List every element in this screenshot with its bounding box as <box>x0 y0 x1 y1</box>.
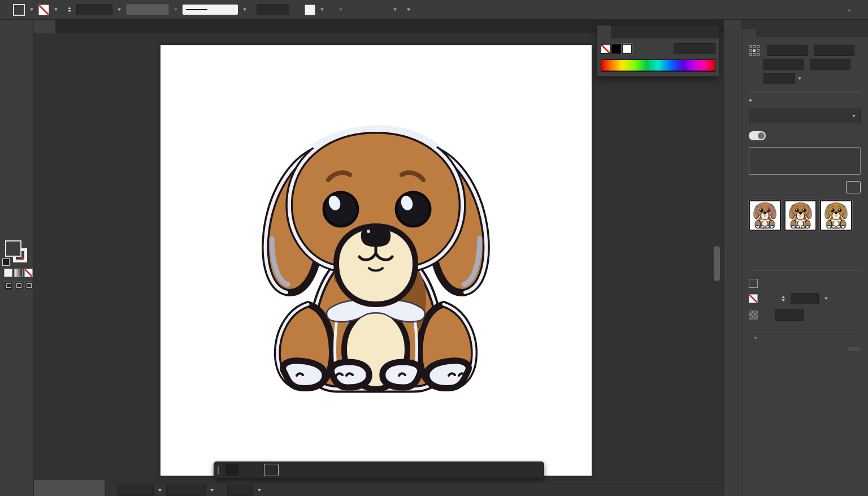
fill-proxy[interactable] <box>5 240 21 257</box>
draw-inside-button[interactable] <box>24 281 33 290</box>
appearance-stroke-chevron-icon[interactable] <box>824 297 828 300</box>
appearance-stroke-swatch[interactable] <box>749 294 758 303</box>
brush-definition-dropdown[interactable] <box>183 5 238 15</box>
brush-stroke-preview <box>186 9 207 10</box>
appearance-stroke-field[interactable] <box>791 293 819 304</box>
properties-panel <box>741 20 868 496</box>
black-swatch[interactable] <box>611 44 621 54</box>
draw-normal-button[interactable] <box>4 281 13 290</box>
white-swatch[interactable] <box>622 44 632 54</box>
appearance-fill-swatch[interactable] <box>749 279 758 288</box>
prompt-bar-drag-handle[interactable] <box>218 466 219 474</box>
properties-panel-tabs <box>741 20 868 37</box>
zoom-chevron-icon[interactable] <box>158 489 162 491</box>
rotate-angle-chevron-icon[interactable] <box>798 77 801 80</box>
none-swatch[interactable] <box>601 44 610 54</box>
panel-icon-strip <box>723 20 741 496</box>
stroke-weight-field[interactable] <box>76 4 112 15</box>
toolbar-collapse-icon[interactable] <box>0 20 33 22</box>
color-panel <box>597 25 719 76</box>
pasteboard[interactable] <box>34 33 723 484</box>
tab-color[interactable] <box>597 25 611 38</box>
stroke-chevron-icon[interactable] <box>54 8 58 11</box>
color-panel-body <box>597 38 719 76</box>
draw-behind-button[interactable] <box>14 281 23 290</box>
stroke-swatch[interactable] <box>38 5 49 15</box>
ttv-type-dropdown[interactable] <box>749 109 861 123</box>
style-swatch[interactable] <box>305 5 315 15</box>
properties-menu-icon[interactable] <box>859 33 868 37</box>
document-window <box>34 20 723 496</box>
arrange-documents-chevron-icon[interactable] <box>848 10 851 12</box>
scrollbar-corner <box>34 480 105 496</box>
x-field[interactable] <box>767 45 808 56</box>
generative-prompt-bar <box>214 462 544 478</box>
hex-value-field[interactable] <box>674 43 715 54</box>
canvas-vertical-scrollbar[interactable] <box>714 246 720 281</box>
variable-width-chevron-icon <box>174 8 177 11</box>
prompt-chip[interactable] <box>225 464 239 476</box>
rotation-field[interactable] <box>166 485 206 496</box>
shape-options-chevron-icon[interactable] <box>339 8 342 11</box>
style-chevron-icon[interactable] <box>320 8 324 11</box>
fill-chevron-icon[interactable] <box>30 8 33 11</box>
fill-swatch[interactable] <box>13 4 25 16</box>
align-to-chevron-icon[interactable] <box>754 337 757 339</box>
zoom-level-field[interactable] <box>118 485 154 496</box>
artboard-chevron-icon[interactable] <box>258 489 261 491</box>
stroke-weight-stepper[interactable] <box>68 7 71 12</box>
color-spectrum-bar[interactable] <box>601 59 715 72</box>
artboard[interactable] <box>160 45 592 476</box>
swap-fill-stroke-icon[interactable] <box>2 258 10 266</box>
color-button[interactable] <box>4 269 12 277</box>
h-field[interactable] <box>810 59 850 70</box>
tab-libraries[interactable] <box>756 29 771 37</box>
variation-thumbnail-2[interactable] <box>784 200 817 231</box>
reference-point-grid[interactable] <box>749 45 760 56</box>
match-artboard-style-toggle[interactable] <box>749 131 766 140</box>
isolate-chevron-icon[interactable] <box>393 8 397 11</box>
brush-chevron-icon[interactable] <box>243 8 246 11</box>
rotate-angle-field[interactable] <box>763 73 795 84</box>
variation-thumbnail-1[interactable] <box>749 200 781 231</box>
appearance-stroke-stepper[interactable] <box>782 296 785 301</box>
stroke-weight-chevron-icon[interactable] <box>118 8 121 11</box>
illustrator-app <box>0 0 868 496</box>
gradient-button[interactable] <box>14 269 23 277</box>
rotation-chevron-icon[interactable] <box>210 489 214 491</box>
ttv-prompt-input[interactable] <box>749 147 861 175</box>
none-button[interactable] <box>24 269 33 277</box>
document-tab[interactable] <box>34 20 55 33</box>
control-bar <box>0 0 868 20</box>
variable-width-field <box>126 4 169 15</box>
ttv-collapse-icon[interactable] <box>749 100 752 102</box>
appearance-opacity-icon <box>749 310 758 320</box>
variation-thumbnail-3[interactable] <box>820 200 852 231</box>
w-field[interactable] <box>814 45 854 56</box>
opacity-field[interactable] <box>257 4 289 15</box>
expand-button <box>847 347 861 351</box>
toolbar <box>0 20 34 496</box>
recolor-chevron-icon[interactable] <box>407 8 410 11</box>
status-bar <box>34 484 723 496</box>
puppy-artwork[interactable] <box>251 120 500 403</box>
color-panel-tabs <box>597 25 719 38</box>
artboard-number-field[interactable] <box>227 485 253 496</box>
appearance-opacity-field[interactable] <box>775 309 804 321</box>
y-field[interactable] <box>763 59 804 70</box>
ttv-generate-button[interactable] <box>846 181 861 193</box>
generate-button[interactable] <box>264 464 279 476</box>
tab-properties[interactable] <box>741 29 756 37</box>
